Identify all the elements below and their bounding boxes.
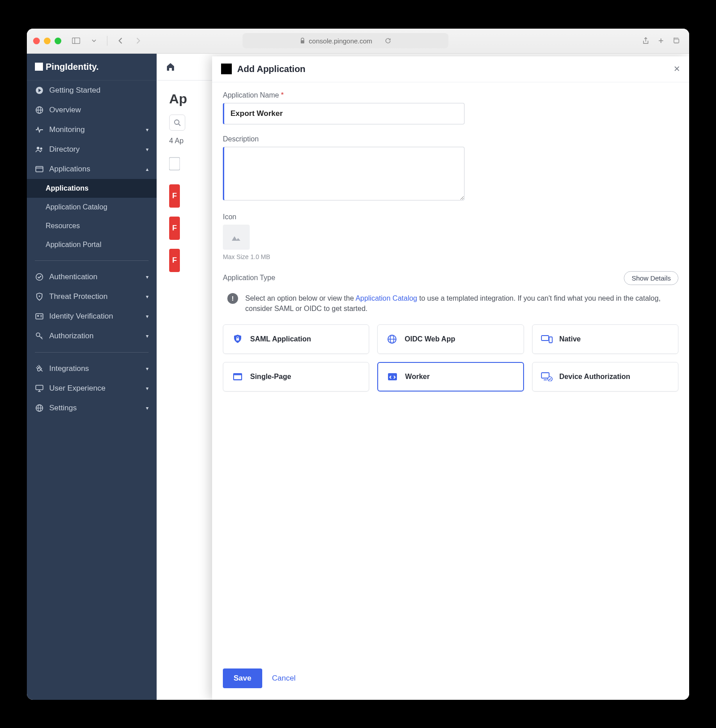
svg-point-8: [37, 147, 39, 149]
app-type-saml-application[interactable]: SAML Application: [223, 324, 369, 354]
cancel-button[interactable]: Cancel: [272, 674, 296, 683]
sidebar-item-applications[interactable]: Applications: [27, 179, 157, 198]
sidebar-item-integrations[interactable]: Integrations▾: [27, 359, 157, 379]
svg-rect-36: [541, 336, 549, 341]
sidebar-item-label: Integrations: [49, 364, 89, 373]
svg-point-15: [37, 315, 39, 317]
icon-hint: Max Size 1.0 MB: [223, 253, 678, 260]
globe-icon: [386, 333, 398, 345]
app-type-label: Device Authorization: [559, 373, 631, 381]
add-application-panel: Add Application ✕ Application Name * Des…: [212, 56, 689, 700]
minimize-window[interactable]: [44, 38, 51, 44]
check-icon: [35, 272, 44, 281]
sidebar-item-label: User Experience: [49, 384, 106, 393]
svg-point-13: [39, 295, 40, 297]
svg-rect-37: [549, 337, 552, 343]
close-window[interactable]: [33, 38, 40, 44]
svg-rect-41: [541, 373, 549, 378]
sidebar-item-label: Monitoring: [49, 125, 85, 134]
list-item[interactable]: F: [169, 217, 180, 240]
url-text: console.pingone.com: [309, 37, 372, 45]
app-type-device-authorization[interactable]: Device Authorization: [532, 362, 678, 392]
home-icon[interactable]: [166, 62, 175, 71]
search-icon[interactable]: [169, 115, 185, 131]
sidebar-item-applications[interactable]: Applications▴: [27, 159, 157, 179]
code-icon: [386, 370, 399, 383]
shield-lock-icon: [231, 333, 244, 345]
sidebar-item-label: Resources: [46, 222, 80, 230]
sidebar-item-label: Applications: [49, 165, 90, 174]
app-name-label: Application Name *: [223, 91, 678, 99]
svg-point-18: [36, 333, 40, 336]
sidebar-item-getting-started[interactable]: Getting Started: [27, 81, 157, 100]
chevron-down-icon: ▾: [146, 274, 149, 280]
sidebar-toggle-icon[interactable]: [69, 34, 83, 47]
app-type-single-page[interactable]: Single-Page: [223, 362, 369, 392]
share-icon[interactable]: [639, 34, 652, 47]
sidebar-item-identity-verification[interactable]: Identity Verification▾: [27, 307, 157, 326]
icon-upload[interactable]: [223, 225, 250, 250]
url-bar[interactable]: console.pingone.com: [243, 33, 448, 48]
sidebar-item-monitoring[interactable]: Monitoring▾: [27, 120, 157, 140]
svg-rect-3: [674, 39, 679, 43]
devices-icon: [541, 333, 553, 345]
sidebar-item-application-portal[interactable]: Application Portal: [27, 235, 157, 254]
app-type-label: Worker: [405, 373, 430, 381]
main-area: › Customer … SANDBOX ▾ ? Explore▾ Erlich…: [157, 54, 689, 700]
svg-line-30: [179, 124, 180, 126]
close-panel-icon[interactable]: ✕: [673, 64, 680, 74]
chevron-down-icon: ▾: [146, 333, 149, 339]
device-check-icon: [541, 370, 553, 383]
svg-rect-0: [72, 38, 80, 44]
refresh-icon[interactable]: [385, 38, 391, 44]
maximize-window[interactable]: [55, 38, 61, 44]
app-type-oidc-web-app[interactable]: OIDC Web App: [377, 324, 524, 354]
globe-icon: [35, 106, 44, 115]
chevron-down-icon[interactable]: [87, 34, 101, 47]
key-icon: [35, 332, 44, 341]
sidebar-item-overview[interactable]: Overview: [27, 100, 157, 120]
app-type-label: Native: [559, 335, 581, 343]
plug-icon: [35, 364, 44, 373]
app-type-worker[interactable]: Worker: [377, 362, 524, 392]
save-button[interactable]: Save: [223, 668, 262, 688]
sidebar-item-authorization[interactable]: Authorization▾: [27, 326, 157, 346]
sidebar-item-authentication[interactable]: Authentication▾: [27, 267, 157, 287]
chevron-down-icon: ▾: [146, 366, 149, 372]
forward-icon[interactable]: [132, 34, 145, 47]
app-type-label: Application Type: [223, 274, 275, 282]
tabs-icon[interactable]: [669, 34, 683, 47]
list-item[interactable]: F: [169, 249, 180, 272]
new-tab-icon[interactable]: [654, 34, 668, 47]
app-name-input[interactable]: [223, 103, 465, 124]
svg-rect-14: [36, 314, 43, 319]
chevron-down-icon: ▾: [146, 294, 149, 300]
sidebar-item-label: Overview: [49, 106, 81, 115]
window-icon: [231, 370, 244, 383]
svg-rect-31: [169, 158, 180, 170]
monitor-icon: [35, 384, 44, 393]
sidebar-item-label: Authentication: [49, 272, 98, 281]
sidebar-item-settings[interactable]: Settings▾: [27, 398, 157, 418]
app-catalog-link[interactable]: Application Catalog: [355, 294, 417, 302]
chevron-down-icon: ▾: [146, 385, 149, 392]
window-icon: [35, 165, 44, 174]
app-type-native[interactable]: Native: [532, 324, 678, 354]
sidebar-item-user-experience[interactable]: User Experience▾: [27, 379, 157, 398]
sidebar-item-resources[interactable]: Resources: [27, 217, 157, 235]
svg-rect-40: [388, 373, 397, 380]
sidebar: PingIdentity. Getting StartedOverviewMon…: [27, 54, 157, 700]
sidebar-item-directory[interactable]: Directory▾: [27, 140, 157, 159]
idcard-icon: [35, 312, 44, 321]
back-icon[interactable]: [114, 34, 127, 47]
pulse-icon: [35, 125, 44, 134]
lock-icon: [300, 38, 305, 44]
info-icon: !: [227, 293, 238, 304]
description-input[interactable]: [223, 147, 465, 200]
sidebar-item-application-catalog[interactable]: Application Catalog: [27, 198, 157, 217]
sidebar-item-threat-protection[interactable]: Threat Protection▾: [27, 287, 157, 307]
brand-logo[interactable]: PingIdentity.: [27, 54, 157, 81]
app-icon: [221, 64, 232, 74]
list-item[interactable]: F: [169, 184, 180, 208]
show-details-button[interactable]: Show Details: [624, 271, 678, 285]
